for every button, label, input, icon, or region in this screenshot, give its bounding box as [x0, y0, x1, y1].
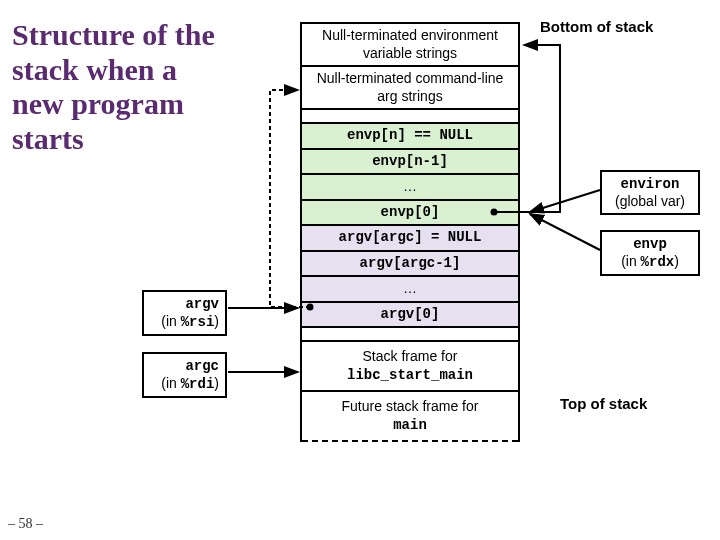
svg-line-1: [530, 214, 600, 250]
future-frame-line2: main: [393, 417, 427, 433]
cell-gap-2: [302, 328, 518, 342]
svg-line-0: [530, 190, 600, 212]
cell-arg-strings: Null-terminated command-line arg strings: [302, 67, 518, 110]
stack-diagram: Null-terminated environment variable str…: [300, 22, 520, 442]
argc-box: argc (in %rdi): [142, 352, 227, 398]
bottom-of-stack-label: Bottom of stack: [540, 18, 653, 35]
environ-box: environ (global var): [600, 170, 700, 215]
cell-libc-frame: Stack frame for libc_start_main: [302, 342, 518, 392]
cell-argv-dots: …: [302, 277, 518, 303]
cell-argv-null: argv[argc] = NULL: [302, 226, 518, 252]
argc-note: (in %rdi): [161, 375, 219, 391]
argv-box: argv (in %rsi): [142, 290, 227, 336]
cell-envp-0: envp[0]: [302, 201, 518, 227]
cell-env-strings: Null-terminated environment variable str…: [302, 24, 518, 67]
envp-note: (in %rdx): [621, 253, 679, 269]
cell-argv-0: argv[0]: [302, 303, 518, 329]
argc-name: argc: [185, 358, 219, 374]
slide-title: Structure of the stack when a new progra…: [12, 18, 232, 156]
cell-future-frame: Future stack frame for main: [302, 392, 518, 442]
environ-name: environ: [621, 176, 680, 192]
cell-envp-null: envp[n] == NULL: [302, 124, 518, 150]
top-of-stack-label: Top of stack: [560, 395, 647, 412]
libc-frame-line1: Stack frame for: [363, 348, 458, 364]
argv-name: argv: [185, 296, 219, 312]
libc-frame-line2: libc_start_main: [347, 367, 473, 383]
environ-note: (global var): [615, 193, 685, 209]
argv-note: (in %rsi): [161, 313, 219, 329]
cell-envp-dots: …: [302, 175, 518, 201]
cell-envp-last: envp[n-1]: [302, 150, 518, 176]
slide-number: – 58 –: [8, 516, 43, 532]
envp-box: envp (in %rdx): [600, 230, 700, 276]
cell-argv-last: argv[argc-1]: [302, 252, 518, 278]
future-frame-line1: Future stack frame for: [342, 398, 479, 414]
cell-gap-1: [302, 110, 518, 124]
envp-name: envp: [633, 236, 667, 252]
